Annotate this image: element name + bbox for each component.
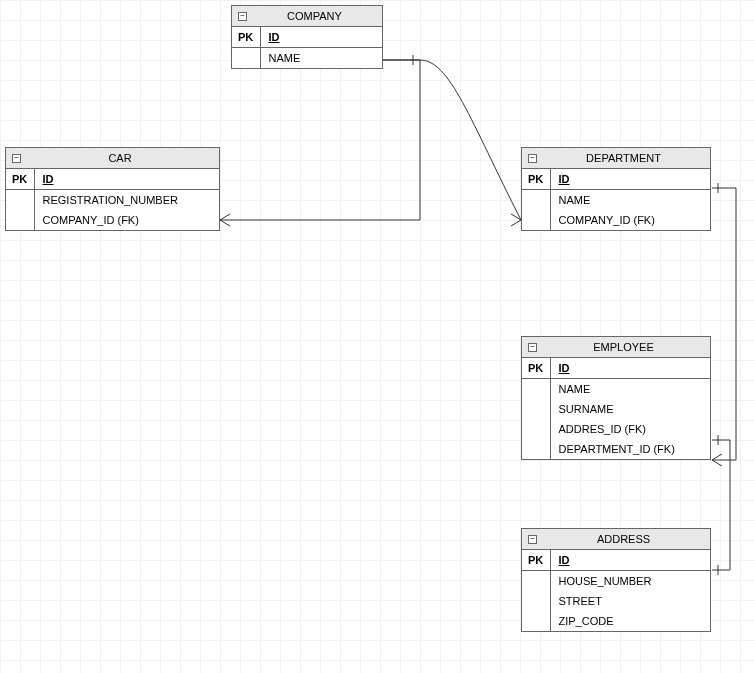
entity-employee: − EMPLOYEE PK ID NAME SURNAME ADDRES_ID …	[521, 336, 711, 460]
field-name: COMPANY_ID (FK)	[550, 210, 710, 230]
pk-field: ID	[260, 27, 382, 47]
field-name: SURNAME	[550, 399, 710, 419]
field-name: HOUSE_NUMBER	[550, 571, 710, 591]
field-key	[522, 210, 550, 230]
collapse-icon[interactable]: −	[528, 154, 537, 163]
pk-label: PK	[232, 27, 260, 47]
rel-department-employee	[712, 188, 736, 460]
field-name: COMPANY_ID (FK)	[34, 210, 219, 230]
entity-company: − COMPANY PK ID NAME	[231, 5, 383, 69]
entity-title: ADDRESS	[543, 533, 704, 545]
entity-header: − ADDRESS	[522, 529, 710, 550]
pk-field: ID	[34, 169, 219, 189]
entity-title: CAR	[27, 152, 213, 164]
field-name: NAME	[260, 48, 382, 68]
pk-field: ID	[550, 169, 710, 189]
entity-header: − COMPANY	[232, 6, 382, 27]
field-name: STREET	[550, 591, 710, 611]
rel-address-employee	[712, 440, 730, 570]
entity-department: − DEPARTMENT PK ID NAME COMPANY_ID (FK)	[521, 147, 711, 231]
field-key	[522, 611, 550, 631]
field-key	[522, 591, 550, 611]
pk-label: PK	[522, 550, 550, 570]
collapse-icon[interactable]: −	[238, 12, 247, 21]
field-key	[522, 571, 550, 591]
entity-title: EMPLOYEE	[543, 341, 704, 353]
field-name: NAME	[550, 190, 710, 210]
field-name: REGISTRATION_NUMBER	[34, 190, 219, 210]
field-key	[6, 190, 34, 210]
entity-header: − CAR	[6, 148, 219, 169]
pk-field: ID	[550, 550, 710, 570]
crowfoot-icon	[511, 214, 521, 226]
field-key	[522, 379, 550, 399]
collapse-icon[interactable]: −	[528, 343, 537, 352]
field-key	[522, 419, 550, 439]
crowfoot-icon	[712, 454, 722, 466]
pk-label: PK	[522, 358, 550, 378]
pk-label: PK	[522, 169, 550, 189]
entity-title: DEPARTMENT	[543, 152, 704, 164]
pk-field: ID	[550, 358, 710, 378]
entity-header: − EMPLOYEE	[522, 337, 710, 358]
field-key	[6, 210, 34, 230]
collapse-icon[interactable]: −	[12, 154, 21, 163]
entity-title: COMPANY	[253, 10, 376, 22]
entity-car: − CAR PK ID REGISTRATION_NUMBER COMPANY_…	[5, 147, 220, 231]
entity-header: − DEPARTMENT	[522, 148, 710, 169]
pk-label: PK	[6, 169, 34, 189]
field-key	[232, 48, 260, 68]
collapse-icon[interactable]: −	[528, 535, 537, 544]
crowfoot-icon	[220, 214, 230, 226]
field-name: ZIP_CODE	[550, 611, 710, 631]
rel-company-department	[383, 60, 521, 220]
field-key	[522, 439, 550, 459]
field-key	[522, 399, 550, 419]
field-name: ADDRES_ID (FK)	[550, 419, 710, 439]
entity-address: − ADDRESS PK ID HOUSE_NUMBER STREET ZIP_…	[521, 528, 711, 632]
field-key	[522, 190, 550, 210]
rel-company-car	[220, 60, 420, 220]
field-name: DEPARTMENT_ID (FK)	[550, 439, 710, 459]
field-name: NAME	[550, 379, 710, 399]
